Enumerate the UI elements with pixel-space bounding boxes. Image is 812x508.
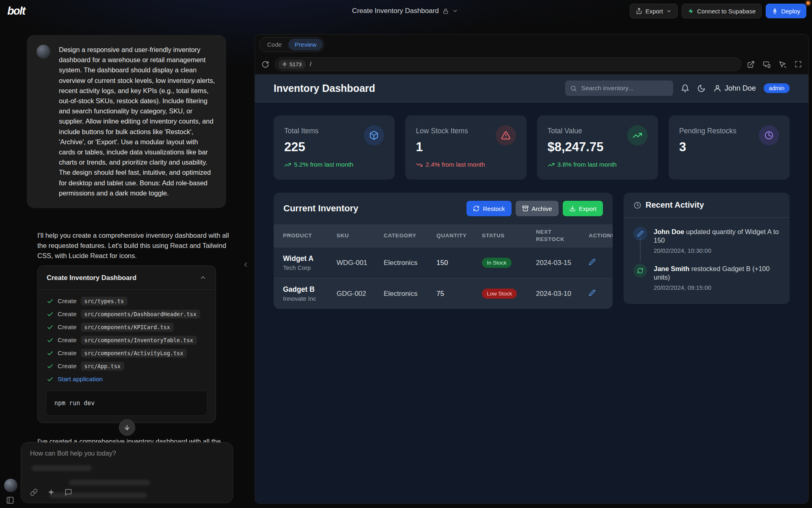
table-header: Product SKU Category Quantity Status Nex… xyxy=(274,224,613,247)
search-icon xyxy=(570,85,577,92)
sidebar-toggle-icon[interactable] xyxy=(6,496,14,504)
step-action: Create xyxy=(58,363,77,370)
quantity-cell[interactable]: 75 xyxy=(427,290,473,298)
bell-icon[interactable] xyxy=(681,84,689,93)
port-number: 5173 xyxy=(289,61,302,67)
trending-up-icon xyxy=(284,161,291,168)
open-external-icon[interactable] xyxy=(747,61,755,68)
step-file-chip[interactable]: src/types.ts xyxy=(81,297,128,306)
user-message-card: Design a responsive and user-friendly in… xyxy=(27,35,226,208)
activity-time: 20/02/2024, 09:15:00 xyxy=(654,284,780,291)
rocket-icon xyxy=(772,8,778,14)
kpi-card-total-items: Total Items 225 5.2% from last month xyxy=(274,115,395,180)
tab-code[interactable]: Code xyxy=(261,39,288,50)
supplier-name: Innovate Inc xyxy=(283,295,327,302)
inventory-title: Current Inventory xyxy=(283,203,358,214)
bolt-logo[interactable]: bolt xyxy=(7,5,25,17)
restock-icon xyxy=(633,264,647,278)
restock-button[interactable]: Restock xyxy=(466,201,511,216)
step-action: Create xyxy=(58,350,77,357)
check-icon xyxy=(47,376,54,383)
edit-icon[interactable] xyxy=(589,258,596,265)
project-title-menu[interactable]: Create Inventory Dashboard xyxy=(352,0,458,22)
plan-title: Create Inventory Dashboard xyxy=(47,274,136,282)
quantity-cell[interactable]: 150 xyxy=(427,259,473,267)
chat-input-box[interactable]: How can Bolt help you today? xyxy=(21,442,233,503)
kpi-label: Total Items xyxy=(284,125,319,135)
share-icon xyxy=(636,8,642,14)
trending-up-icon xyxy=(627,125,648,145)
step-file-chip[interactable]: src/App.tsx xyxy=(81,362,124,371)
chat-bubble-icon[interactable] xyxy=(65,488,72,496)
supplier-name: Tech Corp xyxy=(283,264,327,271)
tab-preview[interactable]: Preview xyxy=(288,39,323,50)
step-file-chip[interactable]: src/components/KPICard.tsx xyxy=(81,323,174,332)
archive-button[interactable]: Archive xyxy=(516,201,559,216)
check-icon xyxy=(47,363,54,370)
inspector-icon[interactable] xyxy=(779,61,786,68)
chat-input-toolbar xyxy=(30,488,72,496)
chevron-up-icon xyxy=(199,274,207,281)
step-file-chip[interactable]: src/components/DashboardHeader.tsx xyxy=(81,310,200,319)
start-application-link[interactable]: Start application xyxy=(58,376,103,383)
topbar-actions: Export Connect to Supabase Deploy xyxy=(630,0,806,22)
sparkles-icon[interactable] xyxy=(48,488,55,496)
link-icon[interactable] xyxy=(30,488,38,496)
workbench-tabs: Code Preview xyxy=(255,35,808,54)
port-chip[interactable]: 5173 xyxy=(278,60,306,69)
collapse-chat-handle[interactable] xyxy=(242,261,249,268)
kpi-label: Total Value xyxy=(548,125,582,135)
user-prompt-text: Design a responsive and user-friendly in… xyxy=(59,45,216,198)
export-table-button[interactable]: Export xyxy=(563,201,603,216)
refresh-icon[interactable] xyxy=(261,61,269,68)
header-actions: John Doe admin xyxy=(565,80,790,96)
view-switcher: Code Preview xyxy=(259,37,324,52)
step-file-chip[interactable]: src/components/InventoryTable.tsx xyxy=(81,336,197,345)
bolt-workspace: bolt Create Inventory Dashboard Export C… xyxy=(0,0,812,508)
status-badge: Low Stock xyxy=(482,289,517,299)
scroll-to-bottom-button[interactable] xyxy=(119,419,135,436)
user-menu[interactable]: John Doe xyxy=(713,84,756,93)
activity-actor: John Doe xyxy=(654,228,684,235)
status-badge: In Stock xyxy=(482,258,512,268)
kpi-card-pending-restocks: Pending Restocks 3 xyxy=(669,115,790,180)
connect-supabase-label: Connect to Supabase xyxy=(697,8,756,15)
activity-item: John Doe updated quantity of Widget A to… xyxy=(633,227,780,254)
check-icon xyxy=(47,337,54,344)
devices-icon[interactable] xyxy=(763,61,771,68)
assistant-intro-text: I'll help you create a comprehensive inv… xyxy=(37,230,229,261)
plan-steps: Create src/types.ts Create src/component… xyxy=(38,290,216,386)
check-icon xyxy=(47,350,54,357)
next-restock-cell: 2024-03-10 xyxy=(527,290,579,298)
download-icon xyxy=(569,205,576,212)
connect-supabase-button[interactable]: Connect to Supabase xyxy=(682,4,762,18)
search-input[interactable] xyxy=(581,84,668,92)
blurred-text xyxy=(69,480,150,485)
profile-avatar[interactable] xyxy=(4,479,17,492)
edit-icon[interactable] xyxy=(589,289,596,296)
check-icon xyxy=(47,324,54,331)
bulk-actions: Restock Archive Export xyxy=(466,201,603,216)
project-title: Create Inventory Dashboard xyxy=(352,7,439,15)
category-cell: Electronics xyxy=(374,259,427,267)
table-row: Gadget B Innovate Inc GDG-002 Electronic… xyxy=(274,278,613,309)
address-bar[interactable]: 5173 / xyxy=(275,57,741,71)
dark-mode-toggle-icon[interactable] xyxy=(697,84,706,93)
chevron-down-icon xyxy=(452,8,458,14)
fullscreen-icon[interactable] xyxy=(795,61,802,68)
export-label: Export xyxy=(646,8,663,15)
app-header: Inventory Dashboard John Doe admin xyxy=(255,74,808,102)
plan-card-header[interactable]: Create Inventory Dashboard xyxy=(38,266,216,290)
activity-list: John Doe updated quantity of Widget A to… xyxy=(624,218,790,304)
product-name: Widget A xyxy=(283,254,327,263)
deploy-button[interactable]: Deploy xyxy=(766,4,806,18)
topbar: bolt Create Inventory Dashboard Export C… xyxy=(0,0,812,22)
sku-cell: WDG-001 xyxy=(327,259,374,267)
inventory-search[interactable] xyxy=(565,80,673,96)
export-button[interactable]: Export xyxy=(630,4,678,18)
step-action: Create xyxy=(58,297,77,305)
browser-actions xyxy=(747,61,802,68)
step-file-chip[interactable]: src/components/ActivityLog.tsx xyxy=(81,349,187,358)
deploy-label: Deploy xyxy=(781,8,800,15)
url-path: / xyxy=(310,61,311,67)
